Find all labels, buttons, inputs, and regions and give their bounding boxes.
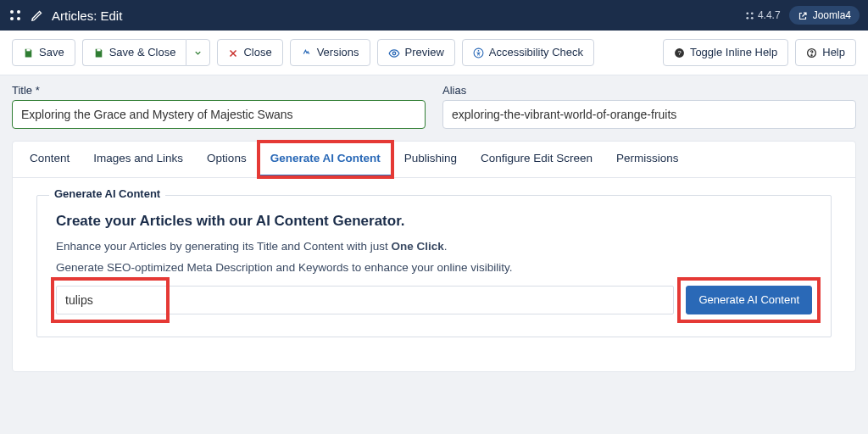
joomla-mini-icon bbox=[745, 9, 754, 21]
panel-line2: Generate SEO-optimized Meta Description … bbox=[56, 261, 812, 274]
tabs: Content Images and Links Options Generat… bbox=[13, 142, 855, 178]
save-button[interactable]: Save bbox=[12, 39, 75, 66]
close-button[interactable]: Close bbox=[217, 39, 282, 66]
svg-rect-9 bbox=[97, 49, 100, 52]
tab-configure-edit[interactable]: Configure Edit Screen bbox=[469, 142, 604, 177]
title-label: Title * bbox=[12, 84, 426, 97]
question-icon: ? bbox=[674, 46, 685, 58]
tabs-card: Content Images and Links Options Generat… bbox=[12, 141, 856, 372]
question-icon bbox=[806, 46, 817, 58]
fieldset-legend: Generate AI Content bbox=[49, 187, 165, 200]
alias-field: Alias bbox=[442, 84, 856, 129]
title-field: Title * bbox=[12, 84, 426, 129]
tab-publishing[interactable]: Publishing bbox=[392, 142, 469, 177]
tab-permissions[interactable]: Permissions bbox=[604, 142, 691, 177]
pencil-icon bbox=[31, 8, 43, 23]
svg-point-0 bbox=[10, 10, 14, 14]
save-icon bbox=[23, 46, 34, 58]
generate-row: Generate AI Content bbox=[56, 286, 812, 314]
svg-point-3 bbox=[17, 17, 20, 20]
generate-ai-fieldset: Generate AI Content Create your Articles… bbox=[36, 195, 832, 337]
svg-point-16 bbox=[811, 55, 812, 56]
svg-point-10 bbox=[392, 52, 396, 55]
save-icon bbox=[93, 46, 104, 58]
eye-icon bbox=[388, 46, 400, 59]
toolbar: Save Save & Close Close bbox=[0, 31, 868, 75]
svg-point-2 bbox=[10, 17, 14, 20]
panel-heading: Create your Articles with our AI Content… bbox=[56, 213, 812, 230]
topbar: Articles: Edit 4.4.7 Joomla4 bbox=[0, 0, 868, 31]
svg-point-5 bbox=[751, 13, 754, 15]
tab-generate-ai[interactable]: Generate AI Content bbox=[259, 142, 392, 177]
svg-point-1 bbox=[17, 10, 20, 14]
svg-point-4 bbox=[746, 13, 748, 15]
topbar-left: Articles: Edit bbox=[8, 8, 122, 23]
page-title: Articles: Edit bbox=[52, 8, 122, 23]
tab-content[interactable]: Content bbox=[18, 142, 81, 177]
svg-text:?: ? bbox=[677, 50, 681, 58]
version-text: 4.4.7 bbox=[758, 9, 781, 21]
title-alias-row: Title * Alias bbox=[0, 75, 868, 129]
accessibility-button[interactable]: Accessibility Check bbox=[462, 39, 594, 66]
keyword-input[interactable] bbox=[56, 286, 674, 314]
save-close-dropdown[interactable] bbox=[186, 39, 210, 66]
save-close-split: Save & Close bbox=[82, 39, 211, 66]
svg-rect-8 bbox=[26, 49, 30, 52]
preview-button[interactable]: Preview bbox=[377, 39, 455, 66]
toggle-inline-help-button[interactable]: ? Toggle Inline Help bbox=[663, 39, 788, 66]
alias-label: Alias bbox=[442, 84, 856, 97]
tab-options[interactable]: Options bbox=[195, 142, 259, 177]
close-icon bbox=[228, 46, 238, 58]
generate-button-wrap: Generate AI Content bbox=[686, 286, 812, 314]
versions-button[interactable]: Versions bbox=[290, 39, 370, 66]
site-pill[interactable]: Joomla4 bbox=[789, 6, 860, 25]
svg-point-7 bbox=[751, 17, 754, 19]
svg-point-12 bbox=[477, 50, 479, 52]
save-close-button[interactable]: Save & Close bbox=[82, 39, 186, 66]
version-badge: 4.4.7 bbox=[745, 9, 781, 21]
chevron-down-icon bbox=[193, 46, 203, 58]
site-name: Joomla4 bbox=[813, 9, 851, 21]
joomla-logo-icon bbox=[8, 8, 22, 22]
external-link-icon bbox=[798, 9, 808, 21]
topbar-right: 4.4.7 Joomla4 bbox=[745, 6, 860, 25]
tab-images-links[interactable]: Images and Links bbox=[81, 142, 195, 177]
versions-icon bbox=[301, 46, 312, 58]
accessibility-icon bbox=[473, 46, 484, 58]
help-button[interactable]: Help bbox=[795, 39, 856, 66]
keyword-input-wrap bbox=[56, 286, 674, 314]
tab-body: Generate AI Content Create your Articles… bbox=[13, 178, 855, 371]
generate-ai-button[interactable]: Generate AI Content bbox=[686, 286, 812, 314]
panel-line1: Enhance your Articles by generating its … bbox=[56, 240, 812, 253]
svg-point-6 bbox=[746, 17, 748, 19]
title-input[interactable] bbox=[12, 100, 426, 129]
alias-input[interactable] bbox=[442, 100, 856, 129]
